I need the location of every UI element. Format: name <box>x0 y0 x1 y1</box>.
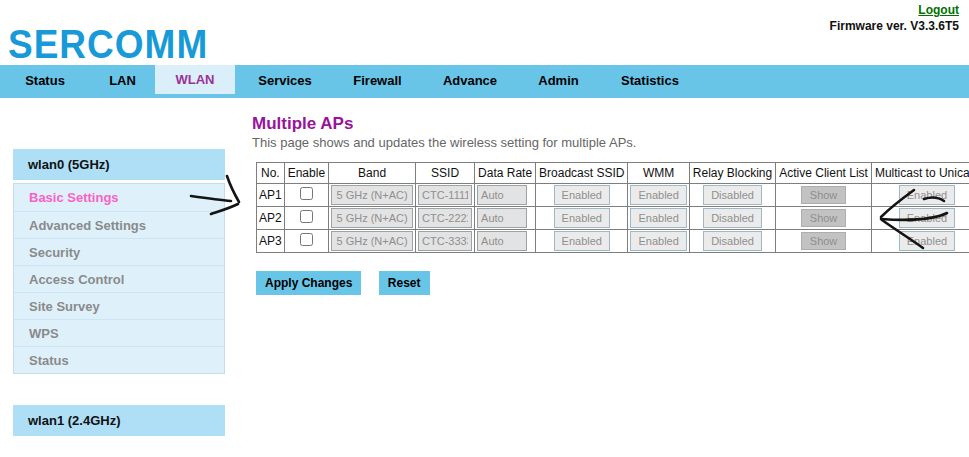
relay-blocking-button: Disabled <box>703 185 762 205</box>
tab-wlan[interactable]: WLAN <box>155 65 235 94</box>
ap-number: AP2 <box>257 207 285 230</box>
broadcast-ssid-button: Enabled <box>554 208 610 228</box>
firmware-version: Firmware ver. V3.3.6T5 <box>830 19 959 33</box>
form-actions: Apply Changes Reset <box>256 271 443 295</box>
col-header-relay-blocking: Relay Blocking <box>689 163 775 184</box>
col-header-multicast-to-unicast: Multicast to Unicast <box>871 163 969 184</box>
tab-admin[interactable]: Admin <box>520 65 597 98</box>
sidebar-menu: Basic Settings Advanced Settings Securit… <box>13 183 225 374</box>
sercomm-logo: SERCOMM <box>8 22 208 67</box>
table-row: AP2 5 GHz (N+AC) Enabled Enabled Disable… <box>257 207 969 230</box>
col-header-data-rate: Data Rate <box>475 163 536 184</box>
col-header-enable: Enable <box>284 163 328 184</box>
tab-advance[interactable]: Advance <box>420 65 520 98</box>
sidebar-item-access-control[interactable]: Access Control <box>14 265 224 292</box>
sidebar-header-wlan1: wlan1 (2.4GHz) <box>13 405 225 436</box>
sidebar-item-status[interactable]: Status <box>14 346 224 373</box>
show-active-clients-button: Show <box>801 209 847 227</box>
sidebar-item-site-survey[interactable]: Site Survey <box>14 292 224 319</box>
multicast-to-unicast-button: Enabled <box>899 185 955 205</box>
apply-changes-button[interactable]: Apply Changes <box>256 271 361 295</box>
col-header-band: Band <box>329 163 416 184</box>
ap-number: AP1 <box>257 184 285 207</box>
broadcast-ssid-button: Enabled <box>554 185 610 205</box>
col-header-ssid: SSID <box>416 163 475 184</box>
page-description: This page shows and updates the wireless… <box>252 135 636 150</box>
broadcast-ssid-button: Enabled <box>554 231 610 251</box>
router-admin-page: Logout Firmware ver. V3.3.6T5 SERCOMM St… <box>0 0 969 457</box>
tab-statistics[interactable]: Statistics <box>597 65 703 98</box>
data-rate-input <box>477 208 527 228</box>
enable-checkbox[interactable] <box>300 233 313 246</box>
reset-button[interactable]: Reset <box>379 271 430 295</box>
ssid-input <box>418 185 472 205</box>
show-active-clients-button: Show <box>801 186 847 204</box>
wmm-button: Enabled <box>630 208 686 228</box>
wmm-button: Enabled <box>630 185 686 205</box>
relay-blocking-button: Disabled <box>703 208 762 228</box>
data-rate-input <box>477 185 527 205</box>
tab-lan[interactable]: LAN <box>90 65 155 98</box>
band-select: 5 GHz (N+AC) <box>331 185 413 205</box>
table-row: AP1 5 GHz (N+AC) Enabled Enabled Disable… <box>257 184 969 207</box>
ap-number: AP3 <box>257 230 285 253</box>
sidebar-header-wlan0: wlan0 (5GHz) <box>13 149 225 180</box>
data-rate-input <box>477 231 527 251</box>
wmm-button: Enabled <box>630 231 686 251</box>
table-row: AP3 5 GHz (N+AC) Enabled Enabled Disable… <box>257 230 969 253</box>
show-active-clients-button: Show <box>801 232 847 250</box>
col-header-active-client-list: Active Client List <box>776 163 872 184</box>
table-header-row: No. Enable Band SSID Data Rate Broadcast… <box>257 163 969 184</box>
col-header-wmm: WMM <box>628 163 689 184</box>
tab-services[interactable]: Services <box>235 65 335 98</box>
sidebar-item-wps[interactable]: WPS <box>14 319 224 346</box>
multicast-to-unicast-button: Enabled <box>899 208 955 228</box>
sidebar-item-advanced-settings[interactable]: Advanced Settings <box>14 211 224 238</box>
enable-checkbox[interactable] <box>300 187 313 200</box>
enable-checkbox[interactable] <box>300 210 313 223</box>
relay-blocking-button: Disabled <box>703 231 762 251</box>
ssid-input <box>418 208 472 228</box>
main-nav: Status LAN WLAN Services Firewall Advanc… <box>0 65 969 98</box>
col-header-no: No. <box>257 163 285 184</box>
sidebar-item-security[interactable]: Security <box>14 238 224 265</box>
tab-firewall[interactable]: Firewall <box>335 65 420 98</box>
col-header-broadcast-ssid: Broadcast SSID <box>536 163 628 184</box>
page-title: Multiple APs <box>252 114 353 134</box>
band-select: 5 GHz (N+AC) <box>331 231 413 251</box>
multiple-aps-table: No. Enable Band SSID Data Rate Broadcast… <box>256 162 969 253</box>
ssid-input <box>418 231 472 251</box>
sidebar-item-basic-settings[interactable]: Basic Settings <box>14 184 224 211</box>
band-select: 5 GHz (N+AC) <box>331 208 413 228</box>
logout-link[interactable]: Logout <box>918 3 959 17</box>
multicast-to-unicast-button: Enabled <box>899 231 955 251</box>
tab-status[interactable]: Status <box>0 65 90 98</box>
